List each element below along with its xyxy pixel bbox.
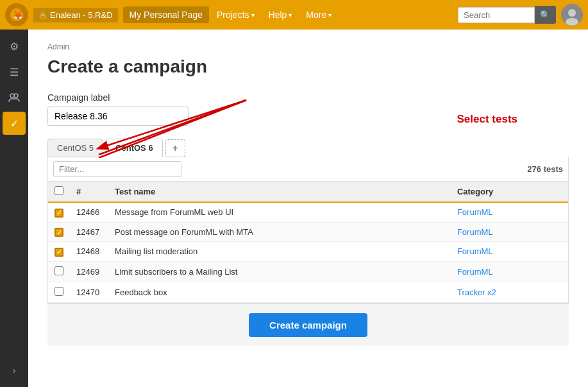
row-id: 12468 [70, 242, 108, 262]
table-row: ✓ 12467 Post message on ForumML with MTA… [48, 222, 568, 242]
create-campaign-button[interactable]: Create campaign [249, 313, 367, 337]
sidebar-icon-gear[interactable]: ⚙ [3, 35, 26, 58]
row-test-name: Message from ForumML web UI [108, 202, 451, 222]
row-category: ForumML [451, 222, 568, 242]
nav-item-personal-page[interactable]: My Personal Page [123, 6, 209, 23]
search-button[interactable]: 🔍 [535, 6, 556, 24]
table-body: ✓ 12466 Message from ForumML web UI Foru… [48, 202, 568, 302]
top-navigation: 🦊 🔒 Enalean - 5.R&D My Personal Page Pro… [0, 0, 588, 30]
test-count: 276 tests [527, 164, 563, 174]
table-row: 12469 Limit subscribers to a Mailing Lis… [48, 261, 568, 282]
tests-table-area: 276 tests # Test name Category [47, 157, 569, 304]
row-checkbox-cell: ✓ [48, 202, 70, 222]
page-title: Create a campaign [47, 56, 569, 77]
test-tabs: CentOS 5 CentOS 6 + [47, 139, 569, 157]
row-checkbox[interactable] [55, 287, 63, 296]
tab-centos6[interactable]: CentOS 6 [106, 139, 163, 157]
row-id: 12470 [70, 282, 108, 302]
breadcrumb: Admin [47, 42, 569, 51]
nav-item-projects[interactable]: Projects ▾ [210, 6, 261, 23]
tab-centos5[interactable]: CentOS 5 [47, 139, 103, 157]
row-category: Tracker x2 [451, 282, 568, 302]
table-row: 12470 Feedback box Tracker x2 [48, 282, 568, 302]
sidebar-icon-users[interactable] [3, 86, 26, 109]
main-content: Admin Create a campaign Campaign label S… [28, 30, 588, 387]
row-checkbox-checked[interactable]: ✓ [55, 228, 63, 237]
tabs-annotation-area: Select tests CentOS 5 CentOS 6 + [47, 139, 569, 157]
filter-input[interactable] [53, 161, 181, 177]
sidebar: ⚙ ☰ ✓ › [0, 30, 28, 387]
campaign-label-field-label: Campaign label [47, 92, 569, 103]
site-name: 🔒 Enalean - 5.R&D [33, 8, 118, 22]
avatar[interactable] [561, 4, 583, 26]
header-checkbox-col [48, 182, 70, 202]
nav-item-help[interactable]: Help ▾ [262, 6, 299, 23]
row-test-name: Feedback box [108, 282, 451, 302]
row-checkbox[interactable] [55, 266, 63, 275]
sidebar-expand-button[interactable]: › [3, 359, 26, 382]
sidebar-icon-list[interactable]: ☰ [3, 60, 26, 83]
row-test-name: Limit subscribers to a Mailing List [108, 261, 451, 282]
row-checkbox-cell: ✓ [48, 242, 70, 262]
add-tab-button[interactable]: + [165, 139, 185, 157]
table-row: ✓ 12466 Message from ForumML web UI Foru… [48, 202, 568, 222]
sidebar-icon-check[interactable]: ✓ [3, 112, 26, 135]
header-category: Category [451, 182, 568, 202]
chevron-down-icon: ▾ [289, 12, 292, 19]
table-row: ✓ 12468 Mailing list moderation ForumML [48, 242, 568, 262]
svg-point-6 [14, 94, 18, 98]
lock-icon: 🔒 [38, 11, 47, 19]
row-category: ForumML [451, 202, 568, 222]
header-id: # [70, 182, 108, 202]
filter-bar: 276 tests [48, 157, 568, 182]
row-checkbox-checked[interactable]: ✓ [55, 248, 63, 257]
campaign-label-input[interactable] [47, 107, 189, 126]
chevron-down-icon: ▾ [251, 12, 255, 19]
row-category: ForumML [451, 261, 568, 282]
chevron-down-icon: ▾ [328, 12, 332, 19]
row-test-name: Post message on ForumML with MTA [108, 222, 451, 242]
row-id: 12469 [70, 261, 108, 282]
row-checkbox-cell [48, 282, 70, 302]
search-input[interactable] [458, 7, 535, 23]
table-header-row: # Test name Category [48, 182, 568, 202]
svg-point-5 [10, 94, 14, 98]
select-tests-annotation: Select tests [457, 113, 518, 126]
row-checkbox-cell [48, 261, 70, 282]
site-logo[interactable]: 🦊 [5, 3, 28, 26]
nav-items: My Personal Page Projects ▾ Help ▾ More … [123, 6, 458, 23]
svg-text:🦊: 🦊 [13, 10, 24, 21]
row-category: ForumML [451, 242, 568, 262]
svg-point-4 [566, 18, 578, 26]
row-checkbox-cell: ✓ [48, 222, 70, 242]
tests-table: # Test name Category ✓ 12466 Message fro… [48, 182, 568, 303]
search-bar: 🔍 [458, 6, 556, 24]
create-campaign-area: Create campaign [47, 304, 569, 346]
row-id: 12466 [70, 202, 108, 222]
header-test-name: Test name [108, 182, 451, 202]
row-id: 12467 [70, 222, 108, 242]
svg-point-3 [568, 9, 576, 17]
row-checkbox-checked[interactable]: ✓ [55, 209, 63, 218]
nav-item-more[interactable]: More ▾ [299, 6, 338, 23]
row-test-name: Mailing list moderation [108, 242, 451, 262]
select-all-checkbox[interactable] [55, 186, 63, 195]
